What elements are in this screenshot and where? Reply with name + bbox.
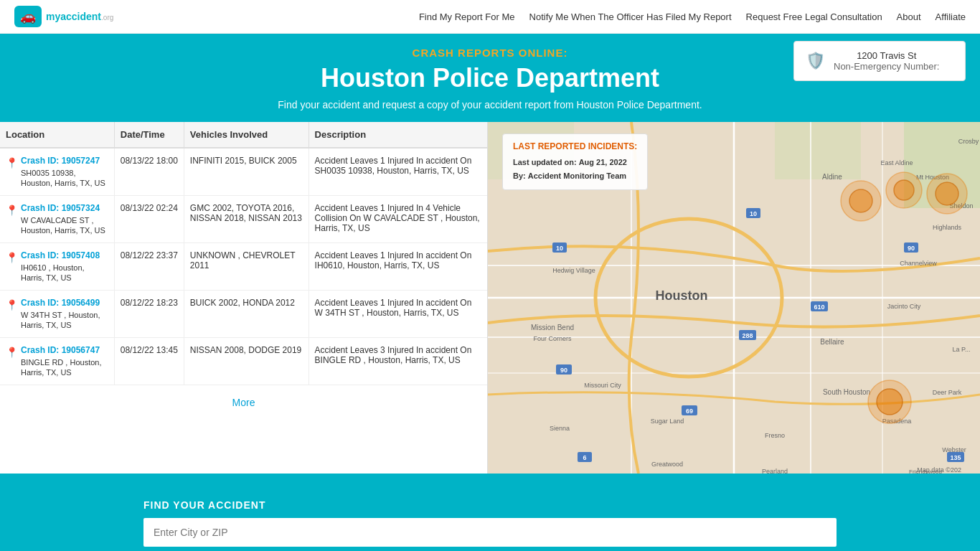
crash-id-link[interactable]: Crash ID: 19057324 <box>21 203 108 213</box>
col-vehicles: Vehicles Involved <box>184 122 308 148</box>
nav-find-report[interactable]: Find My Report For Me <box>419 11 515 22</box>
svg-text:Pearland: Pearland <box>762 468 788 474</box>
incidents-table-section: Location Date/Time Vehicles Involved Des… <box>0 122 488 474</box>
location-cell: 📍 Crash ID: 19057247 SH0035 10938, Houst… <box>0 148 114 196</box>
svg-text:6: 6 <box>583 454 586 461</box>
description-cell: Accident Leaves 1 Injured In accident On… <box>308 148 487 196</box>
last-updated-line: Last updated on: Aug 21, 2022 <box>513 156 637 169</box>
table-row: 📍 Crash ID: 19057324 W CAVALCADE ST , Ho… <box>0 196 487 243</box>
hero-banner: CRASH REPORTS ONLINE: Houston Police Dep… <box>0 34 980 122</box>
map-container: Houston Aldine East Aldine Mt Houston Hi… <box>488 122 980 474</box>
address-non-emergency: Non-Emergency Number: <box>834 61 939 72</box>
svg-text:90: 90 <box>908 245 915 252</box>
address-text: 1200 Travis St Non-Emergency Number: <box>834 50 939 72</box>
svg-text:Bellaire: Bellaire <box>820 338 844 346</box>
location-pin-icon: 📍 <box>6 347 18 358</box>
police-badge-icon: 🛡️ <box>806 52 825 70</box>
location-text: BINGLE RD , Houston, Harris, TX, US <box>21 358 102 377</box>
svg-text:610: 610 <box>814 303 824 311</box>
nav-affiliate[interactable]: Affiliate <box>936 11 966 22</box>
datetime-cell: 08/13/22 18:00 <box>114 148 184 196</box>
incidents-title: LAST REPORTED INCIDENTS: <box>513 141 637 151</box>
incidents-table: Location Date/Time Vehicles Involved Des… <box>0 122 487 385</box>
nav-legal[interactable]: Request Free Legal Consultation <box>746 11 882 22</box>
datetime-cell: 08/12/22 23:37 <box>114 243 184 291</box>
site-header: 🚗 myaccident.org Find My Report For Me N… <box>0 0 980 34</box>
svg-point-61 <box>936 182 958 205</box>
location-pin-icon: 📍 <box>6 252 18 263</box>
svg-text:10: 10 <box>556 245 563 252</box>
location-text: W 34TH ST , Houston, Harris, TX, US <box>21 311 100 329</box>
svg-text:Highlands: Highlands <box>933 224 962 231</box>
svg-text:Sugar Land: Sugar Land <box>651 418 684 425</box>
location-pin-icon: 📍 <box>6 299 18 311</box>
vehicles-cell: UNKNOWN , CHEVROLET 2011 <box>184 243 308 291</box>
svg-text:East Aldine: East Aldine <box>880 159 913 166</box>
by-line: By: Accident Monitoring Team <box>513 169 637 183</box>
col-location: Location <box>0 122 114 148</box>
svg-point-57 <box>849 189 872 212</box>
svg-text:Missouri City: Missouri City <box>584 382 621 389</box>
find-accident-section: FIND YOUR ACCIDENT <box>0 474 980 551</box>
svg-text:Crosby: Crosby <box>958 138 979 145</box>
crash-id-link[interactable]: Crash ID: 19057247 <box>21 156 108 166</box>
logo-text: myaccident.org <box>46 11 113 22</box>
svg-text:Hedwig Village: Hedwig Village <box>552 267 595 274</box>
svg-text:135: 135 <box>950 454 961 461</box>
logo-box: 🚗 <box>14 6 42 27</box>
location-text: SH0035 10938, Houston, Harris, TX, US <box>21 169 105 187</box>
datetime-cell: 08/12/22 18:23 <box>114 291 184 338</box>
main-nav: Find My Report For Me Notify Me When The… <box>419 11 966 22</box>
table-row: 📍 Crash ID: 19057247 SH0035 10938, Houst… <box>0 148 487 196</box>
nav-notify[interactable]: Notify Me When The Officer Has Filed My … <box>529 11 732 22</box>
location-text: W CAVALCADE ST , Houston, Harris, TX, US <box>21 216 105 235</box>
description-cell: Accident Leaves 1 Injured In accident On… <box>308 291 487 338</box>
address-card: 🛡️ 1200 Travis St Non-Emergency Number: <box>793 41 966 81</box>
svg-rect-2 <box>775 122 861 179</box>
svg-text:South Houston: South Houston <box>823 388 870 396</box>
svg-text:La P...: La P... <box>953 346 971 353</box>
vehicles-cell: NISSAN 2008, DODGE 2019 <box>184 338 308 385</box>
vehicles-cell: INFINITI 2015, BUICK 2005 <box>184 148 308 196</box>
main-content: Location Date/Time Vehicles Involved Des… <box>0 122 980 474</box>
nav-about[interactable]: About <box>897 11 921 22</box>
svg-text:Jacinto City: Jacinto City <box>887 303 921 310</box>
svg-text:69: 69 <box>686 408 693 415</box>
find-accident-title: FIND YOUR ACCIDENT <box>143 499 837 511</box>
more-link[interactable]: More <box>232 397 255 408</box>
description-cell: Accident Leaves 3 Injured In accident On… <box>308 338 487 385</box>
svg-text:Channelview: Channelview <box>900 260 937 267</box>
col-datetime: Date/Time <box>114 122 184 148</box>
location-cell: 📍 Crash ID: 19057408 IH0610 , Houston, H… <box>0 243 114 291</box>
svg-text:10: 10 <box>750 210 757 217</box>
svg-point-63 <box>877 389 903 415</box>
svg-text:90: 90 <box>560 367 567 374</box>
svg-text:288: 288 <box>742 332 753 339</box>
hero-description: Find your accident and request a copy of… <box>14 99 966 110</box>
col-description: Description <box>308 122 487 148</box>
crash-id-link[interactable]: Crash ID: 19057408 <box>21 250 108 260</box>
location-pin-icon: 📍 <box>6 157 18 169</box>
table-row: 📍 Crash ID: 19056747 BINGLE RD , Houston… <box>0 338 487 385</box>
crash-id-link[interactable]: Crash ID: 19056747 <box>21 345 108 355</box>
map-section: Houston Aldine East Aldine Mt Houston Hi… <box>488 122 980 474</box>
svg-text:Map data ©202: Map data ©202 <box>917 466 961 474</box>
description-cell: Accident Leaves 1 Injured In 4 Vehicle C… <box>308 196 487 243</box>
address-street: 1200 Travis St <box>834 50 939 61</box>
location-cell: 📍 Crash ID: 19056499 W 34TH ST , Houston… <box>0 291 114 338</box>
vehicles-cell: BUICK 2002, HONDA 2012 <box>184 291 308 338</box>
crash-id-link[interactable]: Crash ID: 19056499 <box>21 298 108 308</box>
datetime-cell: 08/12/22 13:45 <box>114 338 184 385</box>
svg-text:Mission Bend: Mission Bend <box>531 324 574 331</box>
svg-text:Houston: Houston <box>656 288 708 303</box>
location-pin-icon: 📍 <box>6 204 18 216</box>
vehicles-cell: GMC 2002, TOYOTA 2016, NISSAN 2018, NISS… <box>184 196 308 243</box>
svg-text:Aldine: Aldine <box>822 173 842 181</box>
incidents-card: LAST REPORTED INCIDENTS: Last updated on… <box>502 133 648 190</box>
svg-text:Deer Park: Deer Park <box>933 389 962 396</box>
svg-text:Sienna: Sienna <box>550 425 570 432</box>
datetime-cell: 08/13/22 02:24 <box>114 196 184 243</box>
more-link-container: More <box>0 385 487 420</box>
find-accident-container: FIND YOUR ACCIDENT <box>129 488 851 551</box>
city-zip-input[interactable] <box>143 518 837 547</box>
